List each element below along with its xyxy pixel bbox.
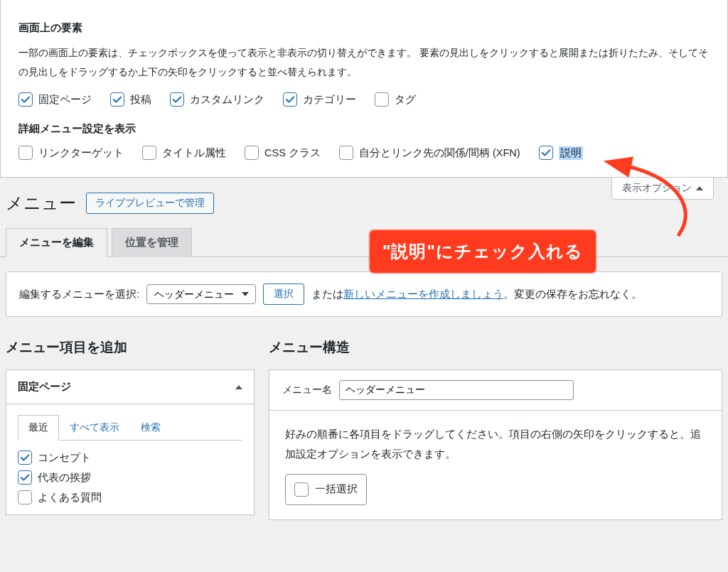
menu-select-bar: 編集するメニューを選択: ヘッダーメニュー 選択 または新しいメニューを作成しま… <box>6 271 722 317</box>
add-items-heading: メニュー項目を追加 <box>6 338 255 357</box>
tab-manage-locations[interactable]: 位置を管理 <box>112 228 192 257</box>
screen-box-0-checkbox[interactable] <box>18 92 33 107</box>
menu-select-label: 編集するメニューを選択: <box>19 288 139 301</box>
create-menu-link[interactable]: 新しいメニューを作成しましょう <box>343 288 503 300</box>
adv-box-1[interactable]: タイトル属性 <box>142 146 226 160</box>
pages-list: コンセプト代表の挨拶よくある質問 <box>18 450 242 504</box>
screen-elements-checkboxes: 固定ページ投稿カスタムリンクカテゴリータグ <box>18 92 713 107</box>
adv-box-4-label: 説明 <box>559 146 583 160</box>
tab-edit-menus[interactable]: メニューを編集 <box>6 228 107 257</box>
menu-or-text: または <box>311 288 343 300</box>
adv-box-0-checkbox[interactable] <box>18 146 33 160</box>
page-item-2-checkbox[interactable] <box>18 490 32 504</box>
page-item-1-label: 代表の挨拶 <box>38 471 91 485</box>
adv-box-3-checkbox[interactable] <box>339 146 353 160</box>
bulk-select-label: 一括選択 <box>315 480 358 500</box>
menu-select-dropdown[interactable]: ヘッダーメニュー <box>146 284 256 304</box>
page-title: メニュー <box>6 192 76 215</box>
live-preview-button[interactable]: ライブプレビューで管理 <box>86 193 214 214</box>
menu-columns: メニュー項目を追加 固定ページ 最近 すべて表示 検索 コンセプト代表の挨拶よく… <box>0 317 728 520</box>
adv-box-1-label: タイトル属性 <box>162 146 226 160</box>
adv-box-2-checkbox[interactable] <box>245 146 259 160</box>
chevron-up-icon <box>235 385 242 389</box>
page-item-0-checkbox[interactable] <box>18 450 32 465</box>
adv-box-2-label: CSS クラス <box>264 146 321 160</box>
screen-box-1-label: 投稿 <box>130 93 151 107</box>
menu-frame: メニュー名 好みの順番に各項目をドラッグしてください。項目の右側の矢印をクリック… <box>269 369 722 520</box>
menu-name-row: メニュー名 <box>269 370 722 411</box>
mini-tab-all[interactable]: すべて表示 <box>59 415 130 441</box>
adv-box-3-label: 自分とリンク先の関係/間柄 (XFN) <box>359 146 520 160</box>
mini-tab-recent[interactable]: 最近 <box>18 415 59 441</box>
page-item-2[interactable]: よくある質問 <box>18 490 242 504</box>
mini-tab-search[interactable]: 検索 <box>130 415 171 441</box>
menu-add-column: メニュー項目を追加 固定ページ 最近 すべて表示 検索 コンセプト代表の挨拶よく… <box>6 338 255 515</box>
page-item-0-label: コンセプト <box>38 451 91 465</box>
pages-postbox-title: 固定ページ <box>18 380 71 394</box>
screen-elements-description: 一部の画面上の要素は、チェックボックスを使って表示と非表示の切り替えができます。… <box>18 43 713 81</box>
screen-box-4[interactable]: タグ <box>375 92 416 107</box>
advanced-menu-heading: 詳細メニュー設定を表示 <box>18 122 713 136</box>
page-item-2-label: よくある質問 <box>38 491 102 504</box>
adv-box-4-checkbox[interactable] <box>539 146 553 160</box>
screen-box-0-label: 固定ページ <box>38 93 92 107</box>
screen-box-2[interactable]: カスタムリンク <box>170 92 264 107</box>
menu-tail-text: 。変更の保存をお忘れなく。 <box>503 288 642 300</box>
screen-box-1-checkbox[interactable] <box>110 92 124 107</box>
screen-box-4-label: タグ <box>395 93 416 107</box>
screen-box-3-label: カテゴリー <box>303 93 356 107</box>
screen-elements-heading: 画面上の要素 <box>18 14 713 35</box>
page-item-0[interactable]: コンセプト <box>18 450 242 465</box>
pages-postbox: 固定ページ 最近 すべて表示 検索 コンセプト代表の挨拶よくある質問 <box>6 369 255 515</box>
adv-box-4[interactable]: 説明 <box>539 146 583 160</box>
annotation-arrow-icon <box>611 160 711 252</box>
pages-postbox-header[interactable]: 固定ページ <box>6 370 254 404</box>
screen-box-4-checkbox[interactable] <box>375 92 389 107</box>
structure-heading: メニュー構造 <box>269 338 722 357</box>
adv-box-1-checkbox[interactable] <box>142 146 156 160</box>
adv-box-0-label: リンクターゲット <box>38 146 124 160</box>
screen-box-1[interactable]: 投稿 <box>110 92 151 107</box>
page-item-1[interactable]: 代表の挨拶 <box>18 470 242 485</box>
adv-box-3[interactable]: 自分とリンク先の関係/間柄 (XFN) <box>339 146 520 160</box>
advanced-menu-checkboxes: リンクターゲットタイトル属性CSS クラス自分とリンク先の関係/間柄 (XFN)… <box>18 146 713 160</box>
pages-mini-tabs: 最近 すべて表示 検索 <box>18 414 242 441</box>
menu-name-label: メニュー名 <box>282 384 332 396</box>
menu-structure-column: メニュー構造 メニュー名 好みの順番に各項目をドラッグしてください。項目の右側の… <box>269 338 722 520</box>
bulk-select[interactable]: 一括選択 <box>285 474 367 505</box>
screen-box-2-checkbox[interactable] <box>170 92 184 107</box>
menu-select-button[interactable]: 選択 <box>263 284 304 305</box>
screen-box-2-label: カスタムリンク <box>190 93 264 107</box>
screen-box-0[interactable]: 固定ページ <box>18 92 92 107</box>
screen-box-3-checkbox[interactable] <box>283 92 297 107</box>
bulk-select-checkbox[interactable] <box>294 482 309 497</box>
adv-box-2[interactable]: CSS クラス <box>245 146 321 160</box>
adv-box-0[interactable]: リンクターゲット <box>18 146 124 160</box>
structure-help-text: 好みの順番に各項目をドラッグしてください。項目の右側の矢印をクリックすると、追加… <box>285 425 706 464</box>
page-item-1-checkbox[interactable] <box>18 470 32 485</box>
screen-box-3[interactable]: カテゴリー <box>283 92 356 107</box>
menu-name-input[interactable] <box>339 380 574 400</box>
screen-options-panel: 画面上の要素 一部の画面上の要素は、チェックボックスを使って表示と非表示の切り替… <box>0 0 728 178</box>
